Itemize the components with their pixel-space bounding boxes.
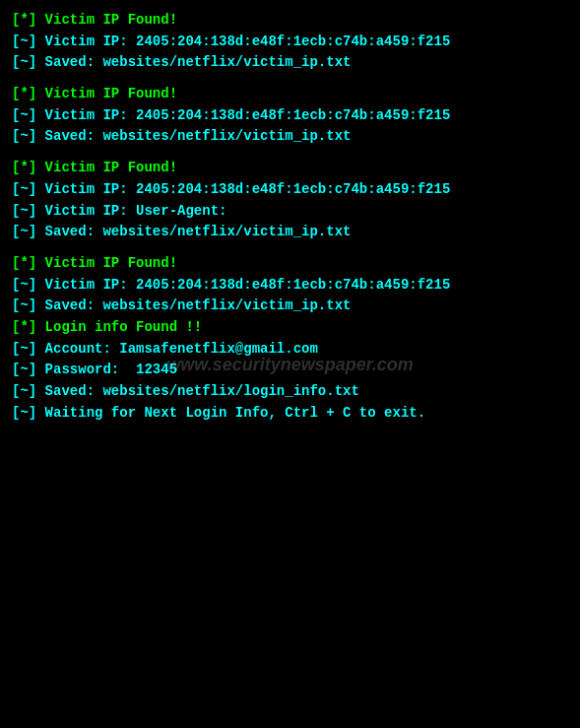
terminal-line: [~] Account: Iamsafenetflix@gmail.com <box>12 339 568 361</box>
bracket-tilde: [~] <box>12 383 36 399</box>
terminal-line: [~] Password: 12345 <box>12 360 568 381</box>
terminal-line: [~] Saved: websites/netflix/victim_ip.tx… <box>12 52 568 74</box>
terminal-spacer <box>12 148 568 158</box>
bracket-tilde: [~] <box>12 405 36 421</box>
bracket-tilde: [~] <box>12 128 36 144</box>
bracket-tilde: [~] <box>12 54 36 70</box>
line-text: Victim IP Found! <box>36 160 177 175</box>
terminal-line: [~] Saved: websites/netflix/victim_ip.tx… <box>12 296 568 317</box>
line-text: Victim IP: 2405:204:138d:e48f:1ecb:c74b:… <box>36 107 450 123</box>
terminal-container: www.securitynewspaper.com [*] Victim IP … <box>12 10 568 424</box>
line-text: Victim IP Found! <box>36 86 177 101</box>
terminal-line: [*] Victim IP Found! <box>12 158 568 179</box>
terminal-line: [~] Saved: websites/netflix/victim_ip.tx… <box>12 126 568 148</box>
line-text: Password: 12345 <box>36 362 177 377</box>
bracket-tilde: [~] <box>12 203 36 219</box>
bracket-star: [*] <box>12 12 36 28</box>
terminal-spacer <box>12 74 568 84</box>
bracket-tilde: [~] <box>12 277 36 293</box>
terminal-line: [~] Saved: websites/netflix/victim_ip.tx… <box>12 222 568 243</box>
line-text: Saved: websites/netflix/victim_ip.txt <box>36 128 351 144</box>
bracket-tilde: [~] <box>12 181 36 197</box>
line-text: Saved: websites/netflix/victim_ip.txt <box>36 54 351 70</box>
line-text: Victim IP: User-Agent: <box>36 203 226 219</box>
terminal-line: [~] Waiting for Next Login Info, Ctrl + … <box>12 403 568 425</box>
terminal-spacer <box>12 243 568 253</box>
line-text: Saved: websites/netflix/victim_ip.txt <box>36 298 351 313</box>
line-text: Victim IP Found! <box>36 12 177 28</box>
bracket-star: [*] <box>12 160 36 175</box>
line-text: Victim IP: 2405:204:138d:e48f:1ecb:c74b:… <box>36 277 450 293</box>
bracket-star: [*] <box>12 255 36 271</box>
terminal-line: [~] Victim IP: 2405:204:138d:e48f:1ecb:c… <box>12 179 568 201</box>
bracket-tilde: [~] <box>12 298 36 313</box>
line-text: Victim IP: 2405:204:138d:e48f:1ecb:c74b:… <box>36 181 450 197</box>
bracket-star: [*] <box>12 319 36 335</box>
line-text: Victim IP: 2405:204:138d:e48f:1ecb:c74b:… <box>36 33 450 49</box>
terminal-line: [*] Victim IP Found! <box>12 10 568 32</box>
bracket-tilde: [~] <box>12 33 36 49</box>
line-text: Waiting for Next Login Info, Ctrl + C to… <box>36 405 425 421</box>
terminal-line: [*] Victim IP Found! <box>12 84 568 105</box>
bracket-tilde: [~] <box>12 224 36 239</box>
bracket-tilde: [~] <box>12 341 36 357</box>
terminal-line: [~] Victim IP: 2405:204:138d:e48f:1ecb:c… <box>12 32 568 53</box>
terminal-line: [~] Victim IP: 2405:204:138d:e48f:1ecb:c… <box>12 105 568 127</box>
line-text: Login info Found !! <box>36 319 202 335</box>
line-text: Victim IP Found! <box>36 255 177 271</box>
line-text: Saved: websites/netflix/login_info.txt <box>36 383 359 399</box>
terminal-line: [*] Login info Found !! <box>12 317 568 339</box>
line-text: Saved: websites/netflix/victim_ip.txt <box>36 224 351 239</box>
terminal-line: [~] Victim IP: User-Agent: <box>12 201 568 223</box>
line-text: Account: Iamsafenetflix@gmail.com <box>36 341 318 357</box>
bracket-star: [*] <box>12 86 36 101</box>
terminal-line: [*] Victim IP Found! <box>12 253 568 275</box>
terminal-line: [~] Victim IP: 2405:204:138d:e48f:1ecb:c… <box>12 275 568 297</box>
terminal-line: [~] Saved: websites/netflix/login_info.t… <box>12 381 568 403</box>
bracket-tilde: [~] <box>12 362 36 377</box>
bracket-tilde: [~] <box>12 107 36 123</box>
